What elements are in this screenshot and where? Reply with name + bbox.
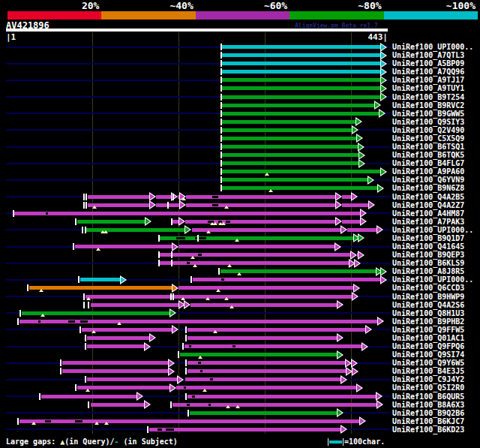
alignment-bar[interactable]: [62, 369, 170, 373]
alignment-bar[interactable]: [222, 45, 381, 49]
alignment-bar[interactable]: [222, 120, 356, 124]
subject-label[interactable]: UniRef100_B6KJC7: [392, 417, 464, 425]
subject-label[interactable]: UniRef100_B8A6X3: [392, 401, 464, 409]
alignment-bar[interactable]: [156, 195, 172, 199]
subject-label[interactable]: UniRef100_A7QTL3: [392, 51, 464, 59]
alignment-bar[interactable]: [222, 86, 381, 90]
subject-label[interactable]: UniRef100_Q5I2R0: [392, 383, 464, 392]
subject-label[interactable]: UniRef100_B9Q2B6: [392, 409, 464, 417]
subject-label[interactable]: UniRef100_B6KD23: [392, 425, 464, 434]
alignment-bar[interactable]: [188, 361, 346, 365]
subject-label[interactable]: UniRef100_B9Q1D7: [392, 234, 464, 242]
alignment-bar[interactable]: [222, 70, 381, 74]
alignment-bar[interactable]: [347, 228, 378, 232]
subject-label[interactable]: UniRef100_C9J4Y2: [392, 375, 464, 383]
subject-label[interactable]: UniRef100_Q41645: [392, 242, 464, 251]
alignment-bar[interactable]: [192, 228, 342, 232]
alignment-bar[interactable]: [80, 278, 122, 281]
alignment-bar[interactable]: [75, 245, 173, 248]
alignment-bar[interactable]: [77, 220, 146, 224]
alignment-bar[interactable]: [87, 344, 146, 348]
alignment-bar[interactable]: [149, 428, 342, 431]
subject-label[interactable]: UniRef100_B9PHB2: [392, 317, 464, 326]
alignment-bar[interactable]: [29, 286, 173, 290]
alignment-bar[interactable]: [222, 137, 357, 140]
alignment-bar[interactable]: [222, 128, 353, 132]
alignment-bar[interactable]: [342, 203, 370, 207]
subject-label[interactable]: UniRef100_B6TSQ1: [392, 143, 464, 151]
alignment-bar[interactable]: [188, 336, 338, 340]
alignment-bar[interactable]: [190, 303, 339, 307]
alignment-bar[interactable]: [20, 419, 361, 423]
subject-label[interactable]: UniRef100_Q4A2B5: [392, 193, 464, 201]
subject-label[interactable]: UniRef100_B9HWP9: [392, 293, 464, 301]
alignment-bar[interactable]: [14, 212, 362, 215]
alignment-bar[interactable]: [222, 161, 360, 165]
subject-label[interactable]: UniRef100_Q8H1U3: [392, 309, 464, 317]
alignment-bar[interactable]: [222, 62, 381, 65]
subject-label[interactable]: UniRef100_B9T254: [392, 93, 464, 101]
subject-label[interactable]: UniRef100_Q6CCD3: [392, 284, 464, 292]
alignment-bar[interactable]: [172, 403, 379, 407]
alignment-bar[interactable]: [222, 53, 381, 57]
alignment-bar[interactable]: [342, 220, 362, 224]
alignment-bar[interactable]: [62, 361, 170, 365]
subject-label[interactable]: UniRef100_B6KLS9: [392, 259, 464, 267]
subject-label[interactable]: UniRef100_Q9FPQ6: [392, 342, 464, 350]
subject-label[interactable]: UniRef100_B6QUR5: [392, 392, 464, 401]
alignment-bar[interactable]: [91, 303, 180, 307]
subject-label[interactable]: UniRef100_B9RVC2: [392, 101, 464, 110]
subject-label[interactable]: UniRef100_Q4A2S6: [392, 301, 464, 309]
subject-label[interactable]: UniRef100_Q9SIY3: [392, 118, 464, 126]
alignment-bar[interactable]: [160, 236, 356, 240]
alignment-bar[interactable]: [186, 203, 337, 207]
alignment-bar[interactable]: [87, 377, 178, 381]
subject-label[interactable]: UniRef100_A4HM87: [392, 209, 464, 218]
alignment-bar[interactable]: [185, 377, 342, 381]
alignment-bar[interactable]: [160, 253, 352, 257]
subject-label[interactable]: UniRef100_Q6YVN9: [392, 176, 464, 184]
alignment-bar[interactable]: [184, 344, 363, 348]
subject-label[interactable]: UniRef100_B9N6Z8: [392, 184, 464, 192]
subject-label[interactable]: UniRef100_B4FLG7: [392, 159, 464, 167]
subject-label[interactable]: UniRef100_Q01AC1: [392, 334, 464, 342]
alignment-bar[interactable]: [222, 95, 381, 99]
subject-label[interactable]: UniRef100_C5X5Q9: [392, 134, 464, 143]
subject-label[interactable]: UniRef100_A5BP09: [392, 59, 464, 68]
alignment-bar[interactable]: [222, 104, 375, 107]
alignment-bar[interactable]: [86, 295, 353, 299]
alignment-bar[interactable]: [41, 395, 138, 398]
alignment-bar[interactable]: [222, 170, 381, 173]
alignment-bar[interactable]: [222, 153, 360, 157]
subject-label[interactable]: UniRef100_Q4A2Z7: [392, 201, 464, 209]
alignment-bar[interactable]: [222, 78, 381, 82]
subject-label[interactable]: UniRef100_Q9SI74: [392, 350, 464, 359]
subject-label[interactable]: UniRef100_B4E3J5: [392, 367, 464, 375]
alignment-bar[interactable]: [188, 395, 377, 398]
alignment-bar[interactable]: [180, 353, 338, 356]
alignment-bar[interactable]: [186, 195, 337, 199]
alignment-bar[interactable]: [220, 269, 377, 273]
subject-label[interactable]: UniRef100_UPI000..: [392, 43, 473, 51]
subject-label[interactable]: UniRef100_A9TJ17: [392, 76, 464, 84]
alignment-bar[interactable]: [188, 369, 346, 373]
subject-label[interactable]: UniRef100_Q9FFW5: [392, 326, 464, 334]
alignment-bar[interactable]: [222, 112, 380, 116]
alignment-bar[interactable]: [178, 286, 355, 290]
alignment-bar[interactable]: [87, 336, 151, 340]
alignment-bar[interactable]: [91, 403, 146, 407]
subject-label[interactable]: UniRef100_Q2V490: [392, 126, 464, 134]
alignment-bar[interactable]: [77, 386, 171, 389]
subject-label[interactable]: UniRef100_A9TUY1: [392, 84, 464, 92]
subject-label[interactable]: UniRef100_Q9Y6W5: [392, 359, 464, 367]
alignment-bar[interactable]: [222, 186, 379, 190]
subject-label[interactable]: UniRef100_A7PAK3: [392, 218, 464, 226]
subject-label[interactable]: UniRef100_B9QEP3: [392, 251, 464, 259]
subject-label[interactable]: UniRef100_A9PA60: [392, 167, 464, 176]
alignment-bar[interactable]: [190, 411, 339, 415]
subject-label[interactable]: UniRef100_B9GWW5: [392, 110, 464, 118]
subject-label[interactable]: UniRef100_B6TQK5: [392, 151, 464, 159]
subject-label[interactable]: UniRef100_A8J8R5: [392, 267, 464, 275]
subject-label[interactable]: UniRef100_A7QQ96: [392, 68, 464, 76]
alignment-bar[interactable]: [222, 178, 368, 182]
